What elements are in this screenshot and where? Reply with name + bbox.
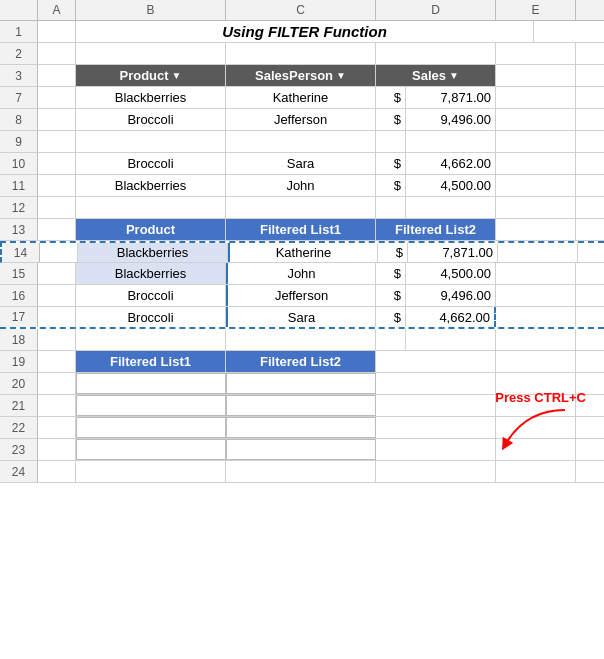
rownum-7: 7 (0, 87, 38, 108)
col-d-header: D (376, 0, 496, 20)
row-18: 18 (0, 329, 604, 351)
row-15: 15 Blackberries John $ 4,500.00 (0, 263, 604, 285)
cell-b16: Broccoli (76, 285, 226, 306)
rownum-9: 9 (0, 131, 38, 152)
row-8: 8 Broccoli Jefferson $ 9,496.00 (0, 109, 604, 131)
cell-d7-amount: 7,871.00 (406, 87, 496, 108)
cell-d7-dollar: $ (376, 87, 406, 108)
cell-d15-list2: 4,500.00 (406, 263, 496, 284)
cell-c14: Katherine (228, 243, 378, 262)
rownum-20: 20 (0, 373, 38, 394)
cell-a1 (38, 21, 76, 42)
rownum-14: 14 (2, 243, 40, 262)
row-16: 16 Broccoli Jefferson $ 9,496.00 (0, 285, 604, 307)
arrow-icon (495, 405, 575, 455)
cell-d11-dollar: $ (376, 175, 406, 196)
filter-icon-salesperson[interactable]: ▼ (336, 70, 346, 81)
cell-c10: Sara (226, 153, 376, 174)
rownum-10: 10 (0, 153, 38, 174)
cell-c15: John (226, 263, 376, 284)
annotation: Press CTRL+C (495, 390, 586, 455)
cell-d10-amount: 4,662.00 (406, 153, 496, 174)
table3-header-list2: Filtered List2 (226, 351, 376, 372)
cell-d17-list2: 4,662.00 (406, 307, 496, 327)
cell-b10: Broccoli (76, 153, 226, 174)
rownum-19: 19 (0, 351, 38, 372)
table1-header-sales: Sales ▼ (376, 65, 496, 86)
cell-b11: Blackberries (76, 175, 226, 196)
rownum-2: 2 (0, 43, 38, 64)
rownum-21: 21 (0, 395, 38, 416)
row-10: 10 Broccoli Sara $ 4,662.00 (0, 153, 604, 175)
rownum-3: 3 (0, 65, 38, 86)
row-14: 14 Blackberries Katherine $ 7,871.00 (0, 241, 604, 263)
cell-d10-dollar: $ (376, 153, 406, 174)
cell-c17: Sara (226, 307, 376, 327)
row-9: 9 (0, 131, 604, 153)
table2-header-list2: Filtered List2 (376, 219, 496, 240)
table1-header-product: Product ▼ (76, 65, 226, 86)
row-13: 13 Product Filtered List1 Filtered List2 (0, 219, 604, 241)
col-b-header: B (76, 0, 226, 20)
rownum-16: 16 (0, 285, 38, 306)
table3-header-list1: Filtered List1 (76, 351, 226, 372)
cell-c11: John (226, 175, 376, 196)
rownum-1: 1 (0, 21, 38, 42)
rownum-17: 17 (0, 307, 38, 327)
corner-cell (0, 0, 38, 20)
table1-header-salesperson: SalesPerson ▼ (226, 65, 376, 86)
cell-d17-dollar: $ (376, 307, 406, 327)
row-7: 7 Blackberries Katherine $ 7,871.00 (0, 87, 604, 109)
rownum-23: 23 (0, 439, 38, 460)
row-12: 12 (0, 197, 604, 219)
rownum-18: 18 (0, 329, 38, 350)
rownum-11: 11 (0, 175, 38, 196)
row-3: 3 Product ▼ SalesPerson ▼ Sales ▼ (0, 65, 604, 87)
col-a-header: A (38, 0, 76, 20)
table2-header-list1: Filtered List1 (226, 219, 376, 240)
row-24: 24 (0, 461, 604, 483)
cell-b17: Broccoli (76, 307, 226, 327)
column-headers: A B C D E (0, 0, 604, 21)
table2-header-product: Product (76, 219, 226, 240)
col-e-header: E (496, 0, 576, 20)
rownum-13: 13 (0, 219, 38, 240)
rownum-12: 12 (0, 197, 38, 218)
filter-icon-sales[interactable]: ▼ (449, 70, 459, 81)
cell-b14: Blackberries (78, 243, 228, 262)
cell-b8: Broccoli (76, 109, 226, 130)
rownum-24: 24 (0, 461, 38, 482)
col-c-header: C (226, 0, 376, 20)
rownum-15: 15 (0, 263, 38, 284)
cell-c7: Katherine (226, 87, 376, 108)
cell-b7: Blackberries (76, 87, 226, 108)
cell-d15-dollar: $ (376, 263, 406, 284)
cell-c16: Jefferson (226, 285, 376, 306)
row-17: 17 Broccoli Sara $ 4,662.00 (0, 307, 604, 329)
rownum-22: 22 (0, 417, 38, 438)
cell-d11-amount: 4,500.00 (406, 175, 496, 196)
filter-icon-product[interactable]: ▼ (172, 70, 182, 81)
cell-d16-dollar: $ (376, 285, 406, 306)
cell-d14-dollar: $ (378, 243, 408, 262)
row-11: 11 Blackberries John $ 4,500.00 (0, 175, 604, 197)
press-ctrl-label: Press CTRL+C (495, 390, 586, 405)
cell-title: Using FILTER Function (76, 21, 534, 42)
cell-d14-list2: 7,871.00 (408, 243, 498, 262)
cell-c8: Jefferson (226, 109, 376, 130)
cell-d8-dollar: $ (376, 109, 406, 130)
rownum-8: 8 (0, 109, 38, 130)
row-2: 2 (0, 43, 604, 65)
row-1: 1 Using FILTER Function (0, 21, 604, 43)
cell-b15: Blackberries (76, 263, 226, 284)
cell-d8-amount: 9,496.00 (406, 109, 496, 130)
row-19: 19 Filtered List1 Filtered List2 (0, 351, 604, 373)
spreadsheet: A B C D E 1 Using FILTER Function 2 3 Pr… (0, 0, 604, 659)
cell-d16-list2: 9,496.00 (406, 285, 496, 306)
